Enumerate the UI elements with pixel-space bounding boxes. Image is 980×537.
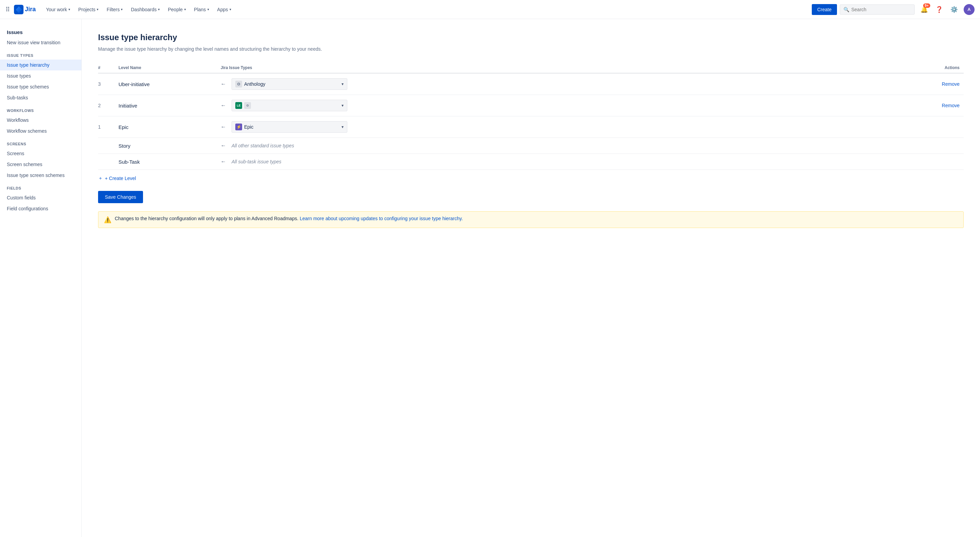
nav-plans[interactable]: Plans ▾: [191, 5, 213, 14]
chevron-down-icon: ▾: [342, 82, 344, 86]
hierarchy-table: # Level Name Jira Issue Types Actions 3 …: [98, 63, 964, 170]
help-button[interactable]: ❓: [934, 4, 945, 15]
sidebar-item-field-configurations[interactable]: Field configurations: [0, 203, 81, 214]
topnav-nav: Your work ▾ Projects ▾ Filters ▾ Dashboa…: [43, 5, 809, 14]
level-num: [98, 138, 118, 154]
actions-cell: Remove: [923, 95, 964, 116]
nav-apps[interactable]: Apps ▾: [214, 5, 235, 14]
sidebar-item-issue-type-hierarchy[interactable]: Issue type hierarchy: [0, 60, 81, 70]
actions-cell: [923, 116, 964, 138]
sidebar-item-screen-schemes[interactable]: Screen schemes: [0, 159, 81, 170]
chevron-down-icon: ▾: [97, 8, 99, 11]
settings-button[interactable]: ⚙️: [949, 4, 959, 15]
remove-button-initiative[interactable]: Remove: [923, 103, 959, 108]
main-content: Issue type hierarchy Manage the issue ty…: [82, 19, 980, 537]
nav-filters[interactable]: Filters ▾: [103, 5, 126, 14]
plus-icon: ＋: [98, 175, 103, 181]
col-header-types: Jira Issue Types: [221, 63, 923, 73]
avatar[interactable]: A: [964, 4, 975, 15]
chevron-down-icon: ▾: [342, 103, 344, 108]
sidebar-item-workflow-schemes[interactable]: Workflow schemes: [0, 126, 81, 137]
issue-types-cell: ← LE ▾: [221, 95, 923, 116]
nav-your-work[interactable]: Your work ▾: [43, 5, 73, 14]
warning-icon: ⚠️: [104, 216, 111, 224]
sidebar-item-new-issue-view-transition[interactable]: New issue view transition: [0, 37, 81, 48]
level-name-cell: Uber-initiative: [118, 73, 221, 95]
level-num: 3: [98, 73, 118, 95]
col-header-num: #: [98, 63, 118, 73]
level-name-epic: Epic: [118, 124, 128, 130]
epic-icon: ⚡: [235, 124, 242, 130]
table-row: Story ← All other standard issue types: [98, 138, 964, 154]
chevron-down-icon: ▾: [184, 8, 186, 11]
table-row: 2 Initiative ← LE: [98, 95, 964, 116]
table-row: 1 Epic ← ⚡ Epic ▾: [98, 116, 964, 138]
sidebar-item-sub-tasks[interactable]: Sub-tasks: [0, 92, 81, 103]
notification-badge: 9+: [923, 3, 930, 8]
topnav: ⠿ Jira Your work ▾ Projects ▾ Filters ▾ …: [0, 0, 980, 19]
level-name-story: Story: [118, 143, 130, 149]
search-icon: 🔍: [843, 7, 849, 12]
sidebar: Issues New issue view transition Issue T…: [0, 19, 82, 537]
page-title: Issue type hierarchy: [98, 33, 964, 42]
anthology-icon: [235, 81, 242, 87]
issue-type-select-initiative[interactable]: LE ▾: [232, 100, 347, 111]
chevron-down-icon: ▾: [342, 124, 344, 129]
anthology-label: Anthology: [244, 81, 265, 87]
level-name-cell: Initiative: [118, 95, 221, 116]
select-inner: ⚡ Epic: [235, 124, 339, 130]
create-button[interactable]: Create: [812, 4, 837, 15]
nav-projects[interactable]: Projects ▾: [75, 5, 102, 14]
col-header-level: Level Name: [118, 63, 221, 73]
arrow-icon: ←: [221, 159, 226, 165]
issue-types-cell: ← Anthology ▾: [221, 73, 923, 95]
table-row: Sub-Task ← All sub-task issue types: [98, 154, 964, 170]
chevron-down-icon: ▾: [229, 8, 231, 11]
sidebar-item-issue-type-screen-schemes[interactable]: Issue type screen schemes: [0, 170, 81, 181]
arrow-icon: ←: [221, 143, 226, 149]
level-name-initiative: Initiative: [118, 103, 137, 108]
actions-cell: Remove: [923, 73, 964, 95]
sidebar-top-item-issues[interactable]: Issues: [0, 26, 81, 37]
level-num: 1: [98, 116, 118, 138]
create-level-button[interactable]: ＋ + Create Level: [98, 170, 964, 184]
arrow-icon: ←: [221, 81, 226, 87]
all-subtask-types-text: All sub-task issue types: [232, 159, 281, 164]
level-num: 2: [98, 95, 118, 116]
nav-dashboards[interactable]: Dashboards ▾: [127, 5, 163, 14]
sidebar-item-issue-types[interactable]: Issue types: [0, 70, 81, 81]
select-inner: Anthology: [235, 81, 339, 87]
sidebar-section-screens: Screens: [0, 137, 81, 148]
grid-icon[interactable]: ⠿: [5, 6, 10, 13]
arrow-icon: ←: [221, 102, 226, 108]
sidebar-item-custom-fields[interactable]: Custom fields: [0, 192, 81, 203]
search-input[interactable]: [851, 7, 911, 12]
actions-cell: [923, 154, 964, 170]
notifications-button[interactable]: 🔔 9+: [919, 4, 930, 15]
sidebar-section-workflows: Workflows: [0, 103, 81, 115]
logo[interactable]: Jira: [14, 5, 36, 14]
all-standard-types-text: All other standard issue types: [232, 143, 294, 148]
issue-type-select-uber-initiative[interactable]: Anthology ▾: [232, 78, 347, 90]
warning-link[interactable]: Learn more about upcoming updates to con…: [300, 216, 463, 221]
logo-text: Jira: [25, 6, 36, 13]
search-bar[interactable]: 🔍: [840, 5, 915, 14]
chevron-down-icon: ▾: [158, 8, 160, 11]
level-name-cell: Story: [118, 138, 221, 154]
sidebar-section-issue-types: Issue Types: [0, 48, 81, 60]
issue-types-cell: ← All other standard issue types: [221, 138, 923, 154]
chevron-down-icon: ▾: [207, 8, 209, 11]
remove-button-uber-initiative[interactable]: Remove: [923, 81, 959, 87]
sidebar-item-issue-type-schemes[interactable]: Issue type schemes: [0, 81, 81, 92]
sidebar-item-screens[interactable]: Screens: [0, 148, 81, 159]
table-row: 3 Uber-initiative ←: [98, 73, 964, 95]
page-description: Manage the issue type hierarchy by chang…: [98, 46, 964, 52]
chevron-down-icon: ▾: [68, 8, 70, 11]
level-name-subtask: Sub-Task: [118, 159, 140, 165]
save-changes-button[interactable]: Save Changes: [98, 191, 143, 203]
issue-type-select-epic[interactable]: ⚡ Epic ▾: [232, 121, 347, 133]
nav-people[interactable]: People ▾: [164, 5, 189, 14]
layout: Issues New issue view transition Issue T…: [0, 19, 980, 537]
chevron-down-icon: ▾: [121, 8, 123, 11]
sidebar-item-workflows[interactable]: Workflows: [0, 115, 81, 126]
